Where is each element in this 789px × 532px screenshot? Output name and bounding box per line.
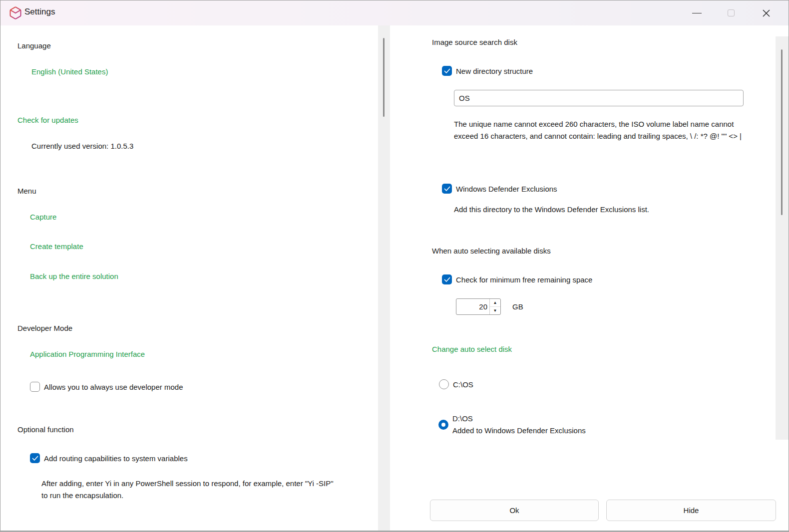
auto-select-header: When auto selecting available disks: [432, 247, 551, 255]
checkbox-unchecked[interactable]: [30, 382, 40, 392]
left-panel-scrollbar-thumb[interactable]: [383, 38, 385, 117]
min-space-unit-label: GB: [512, 302, 523, 311]
right-panel-scrollbar-thumb[interactable]: [781, 49, 783, 215]
checkbox-checked[interactable]: [442, 184, 452, 194]
radio-unchecked[interactable]: [439, 379, 449, 389]
radio-checked[interactable]: [438, 420, 448, 430]
spin-arrows: ▲ ▼: [489, 299, 500, 314]
radio-row-d-os[interactable]: D:\OS Added to Windows Defender Exclusio…: [438, 413, 586, 437]
check-icon: [444, 277, 450, 282]
defender-exclusions-checkbox-label: Windows Defender Exclusions: [456, 185, 557, 193]
ok-button[interactable]: Ok: [430, 500, 599, 521]
titlebar: Settings: [0, 0, 789, 25]
menu-item-backup-solution[interactable]: Back up the entire solution: [30, 272, 118, 280]
app-cube-icon: [8, 6, 22, 20]
developer-mode-header: Developer Mode: [17, 324, 72, 332]
optional-function-header: Optional function: [17, 425, 74, 434]
close-icon: [762, 9, 771, 17]
min-space-checkbox-label: Check for minimum free remaining space: [456, 275, 592, 284]
right-panel-scrollbar[interactable]: [776, 36, 789, 440]
api-link[interactable]: Application Programming Interface: [30, 350, 145, 358]
directory-name-help-text: The unique name cannot exceed 260 charac…: [454, 118, 760, 142]
hide-button[interactable]: Hide: [606, 500, 776, 521]
check-icon: [32, 456, 38, 461]
check-icon: [444, 68, 450, 74]
developer-mode-checkbox-label: Allows you to always use developer mode: [44, 383, 183, 391]
min-space-spinbox: ▲ ▼: [456, 298, 501, 315]
directory-name-input[interactable]: [454, 90, 744, 106]
radio-d-label: D:\OS: [452, 413, 586, 425]
window-title: Settings: [24, 7, 55, 17]
radio-d-sublabel: Added to Windows Defender Exclusions: [452, 425, 586, 437]
new-directory-checkbox-row[interactable]: New directory structure: [442, 66, 533, 76]
image-source-header: Image source search disk: [432, 38, 517, 46]
language-header: Language: [17, 41, 51, 50]
defender-help-text: Add this directory to the Windows Defend…: [454, 205, 649, 214]
language-link[interactable]: English (United States): [31, 67, 108, 76]
new-directory-checkbox-label: New directory structure: [456, 67, 533, 75]
left-panel-scrollbar[interactable]: [378, 25, 390, 531]
defender-exclusions-checkbox-row[interactable]: Windows Defender Exclusions: [442, 184, 557, 194]
maximize-button[interactable]: [720, 0, 743, 25]
settings-window: Settings Language English (United States…: [0, 0, 789, 532]
radio-row-c-os[interactable]: C:\OS: [439, 379, 473, 389]
version-text: Currently used version: 1.0.5.3: [31, 142, 133, 150]
minimize-icon: [692, 13, 702, 13]
min-space-input[interactable]: [456, 299, 489, 314]
routing-checkbox-label: Add routing capabilities to system varia…: [44, 454, 188, 463]
check-icon: [444, 186, 450, 192]
checkbox-checked[interactable]: [442, 274, 452, 284]
close-button[interactable]: [755, 0, 778, 25]
check-updates-link[interactable]: Check for updates: [17, 116, 78, 124]
checkbox-checked[interactable]: [30, 453, 40, 463]
spin-down-icon[interactable]: ▼: [490, 307, 500, 314]
routing-checkbox-row[interactable]: Add routing capabilities to system varia…: [30, 453, 188, 463]
menu-header: Menu: [17, 187, 36, 195]
checkbox-checked[interactable]: [442, 66, 452, 76]
menu-item-capture[interactable]: Capture: [30, 213, 56, 221]
radio-c-label: C:\OS: [453, 380, 473, 389]
menu-item-create-template[interactable]: Create template: [30, 242, 83, 251]
developer-mode-checkbox-row[interactable]: Allows you to always use developer mode: [30, 382, 183, 392]
minimize-button[interactable]: [685, 0, 708, 25]
change-disk-link[interactable]: Change auto select disk: [432, 345, 512, 353]
routing-help-text: After adding, enter Yi in any PowerShell…: [41, 478, 335, 502]
min-space-checkbox-row[interactable]: Check for minimum free remaining space: [442, 274, 592, 284]
spin-up-icon[interactable]: ▲: [490, 299, 500, 307]
maximize-icon: [728, 9, 735, 16]
